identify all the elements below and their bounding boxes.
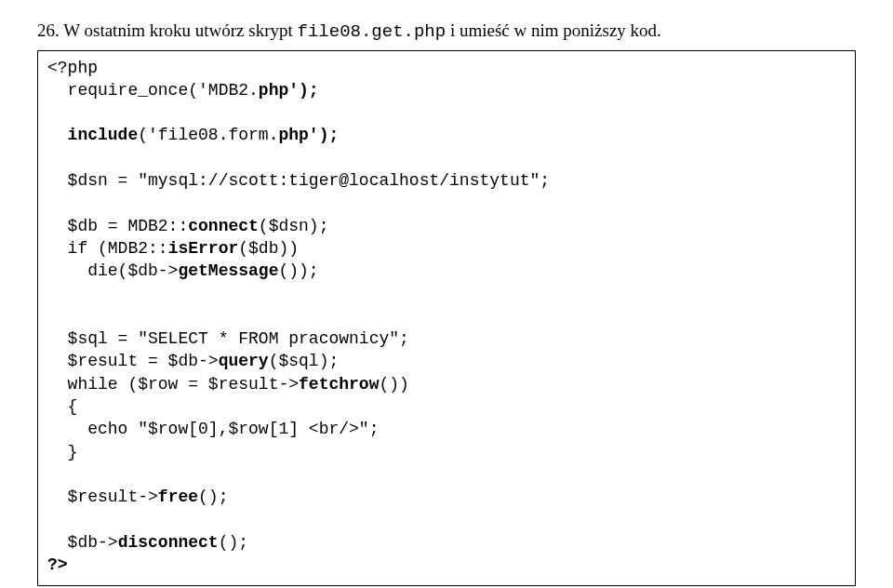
step-26-prefix: 26. W ostatnim kroku utwórz skrypt bbox=[37, 20, 298, 40]
code-line: ($dsn); bbox=[259, 217, 329, 235]
code-line: } bbox=[47, 443, 77, 461]
code-line: if (MDB2:: bbox=[47, 239, 168, 258]
code-line: die($db-> bbox=[47, 261, 178, 280]
code-line: php'); bbox=[259, 81, 319, 100]
step-26-instruction: 26. W ostatnim kroku utwórz skrypt file0… bbox=[37, 19, 856, 45]
code-line: fetchrow bbox=[299, 375, 379, 394]
code-line bbox=[47, 103, 68, 122]
code-line: isError bbox=[168, 239, 239, 258]
code-line: connect bbox=[188, 217, 259, 235]
code-line: require_once('MDB2. bbox=[47, 81, 259, 100]
code-line: $result-> bbox=[47, 488, 158, 506]
code-block: <?php require_once('MDB2.php'); include(… bbox=[37, 50, 856, 587]
code-line: { bbox=[47, 397, 77, 416]
code-line: getMessage bbox=[178, 261, 278, 280]
code-line: $dsn = "mysql://scott:tiger@localhost/in… bbox=[47, 171, 550, 190]
code-line: (); bbox=[198, 488, 228, 506]
code-line: php'); bbox=[278, 126, 339, 144]
code-line: $db = MDB2:: bbox=[47, 217, 188, 235]
code-line: ($db)) bbox=[238, 239, 299, 258]
code-line: include bbox=[47, 126, 138, 144]
code-line: ()) bbox=[379, 375, 408, 394]
step-26-filename: file08.get.php bbox=[298, 21, 446, 42]
code-line: ($sql); bbox=[269, 352, 340, 370]
code-line: (); bbox=[219, 533, 248, 552]
step-26-suffix: i umieść w nim poniższy kod. bbox=[446, 20, 661, 40]
code-line: $sql = "SELECT * FROM pracownicy"; bbox=[47, 329, 409, 348]
code-line: free bbox=[158, 488, 198, 506]
code-line: ()); bbox=[278, 261, 318, 280]
code-line: ('file08.form. bbox=[138, 126, 278, 144]
code-line: disconnect bbox=[118, 533, 219, 552]
code-line: $result = $db-> bbox=[47, 352, 219, 370]
code-line: while ($row = $result-> bbox=[47, 375, 299, 394]
code-line: query bbox=[219, 352, 269, 370]
code-line: $db-> bbox=[47, 533, 118, 552]
code-line: ?> bbox=[47, 555, 68, 574]
code-line: <?php bbox=[47, 59, 98, 77]
code-line: echo "$row[0],$row[1] <br/>"; bbox=[47, 420, 379, 438]
